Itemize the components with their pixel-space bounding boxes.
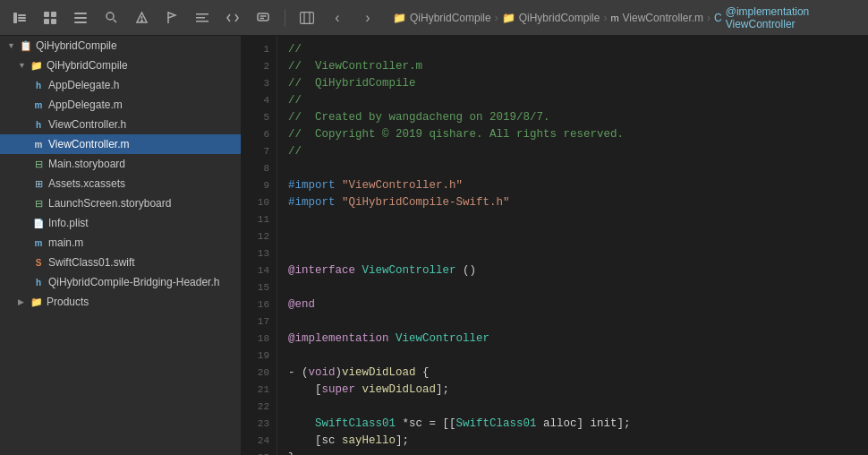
sidebar-item-swiftclass[interactable]: S SwiftClass01.swift bbox=[0, 253, 241, 272]
line-number-7: 7 bbox=[242, 143, 269, 160]
code-line-14: @interface ViewController () bbox=[288, 262, 868, 279]
breadcrumb-label-4[interactable]: @implementation ViewController bbox=[726, 5, 861, 30]
sidebar: ▼ 📋 QiHybridCompile ▼ 📁 QiHybridCompile … bbox=[0, 36, 242, 455]
sidebar-item-appdelegate-h[interactable]: h AppDelegate.h bbox=[0, 75, 241, 95]
breadcrumb-label-3[interactable]: ViewController.m bbox=[623, 12, 703, 24]
code-line-13 bbox=[288, 245, 868, 262]
code-area: 1234567891011121314151617181920212223242… bbox=[242, 36, 868, 455]
sidebar-item-products[interactable]: ▶ 📁 Products bbox=[0, 292, 241, 312]
products-folder-icon: 📁 bbox=[30, 296, 43, 308]
h-file-icon-2: h bbox=[32, 120, 45, 130]
sidebar-item-main-m[interactable]: m main.m bbox=[0, 233, 241, 253]
svg-rect-6 bbox=[44, 19, 49, 24]
sidebar-item-appdelegate-h-label: AppDelegate.h bbox=[48, 79, 119, 91]
svg-rect-7 bbox=[51, 19, 56, 24]
storyboard-icon-2: ⊟ bbox=[32, 198, 45, 210]
storyboard-icon-1: ⊟ bbox=[32, 159, 45, 170]
search-btn[interactable] bbox=[98, 5, 123, 30]
breadcrumb-label-2[interactable]: QiHybridCompile bbox=[519, 12, 600, 24]
svg-rect-3 bbox=[18, 20, 26, 21]
breadcrumb-item-4[interactable]: C bbox=[714, 12, 722, 24]
sidebar-item-bridging-label: QiHybridCompile-Bridging-Header.h bbox=[48, 276, 219, 288]
line-number-24: 24 bbox=[242, 433, 269, 450]
sidebar-item-products-label: Products bbox=[47, 296, 89, 308]
code-line-1: // bbox=[288, 41, 868, 58]
sidebar-item-group-label: QiHybridCompile bbox=[47, 59, 128, 72]
code-line-10: #import "QiHybridCompile-Swift.h" bbox=[288, 194, 868, 211]
breadcrumb-item-3[interactable]: m bbox=[610, 13, 618, 23]
line-number-16: 16 bbox=[242, 296, 269, 313]
sidebar-item-main-m-label: main.m bbox=[48, 236, 83, 249]
sidebar-item-assets[interactable]: ⊞ Assets.xcassets bbox=[0, 174, 241, 193]
nav-forward-btn[interactable]: › bbox=[355, 5, 380, 30]
sidebar-item-appdelegate-m[interactable]: m AppDelegate.m bbox=[0, 95, 241, 115]
code-line-9: #import "ViewController.h" bbox=[288, 177, 868, 194]
code-line-2: // ViewController.m bbox=[288, 58, 868, 75]
svg-rect-20 bbox=[258, 13, 268, 21]
sidebar-item-group[interactable]: ▼ 📁 QiHybridCompile bbox=[0, 56, 241, 75]
nav-back-btn[interactable]: ‹ bbox=[325, 5, 350, 30]
sidebar-item-viewcontroller-h[interactable]: h ViewController.h bbox=[0, 115, 241, 134]
sidebar-item-launchscreen[interactable]: ⊟ LaunchScreen.storyboard bbox=[0, 193, 241, 213]
breadcrumb-label-1[interactable]: QiHybridCompile bbox=[410, 12, 491, 24]
breadcrumb-item-2[interactable]: 📁 bbox=[502, 12, 515, 24]
code-line-19 bbox=[288, 348, 868, 365]
flag-btn[interactable] bbox=[159, 5, 184, 30]
line-number-14: 14 bbox=[242, 262, 269, 279]
line-number-22: 22 bbox=[242, 399, 269, 416]
grid-view-btn[interactable] bbox=[38, 5, 63, 30]
line-number-5: 5 bbox=[242, 109, 269, 126]
code-line-18: @implementation ViewController bbox=[288, 331, 868, 348]
sidebar-item-bridging-header[interactable]: h QiHybridCompile-Bridging-Header.h bbox=[0, 272, 241, 292]
svg-rect-18 bbox=[196, 17, 205, 19]
svg-rect-4 bbox=[44, 12, 49, 17]
svg-rect-1 bbox=[18, 14, 26, 16]
sidebar-item-infoplist[interactable]: 📄 Info.plist bbox=[0, 213, 241, 233]
code-content[interactable]: //// ViewController.m// QiHybridCompile/… bbox=[277, 36, 868, 455]
line-numbers: 1234567891011121314151617181920212223242… bbox=[242, 36, 277, 455]
code-line-17 bbox=[288, 313, 868, 331]
breadcrumb-sep-3: › bbox=[707, 12, 711, 24]
code-line-22 bbox=[288, 399, 868, 416]
h-file-icon-3: h bbox=[32, 278, 45, 288]
main-area: ▼ 📋 QiHybridCompile ▼ 📁 QiHybridCompile … bbox=[0, 36, 868, 455]
svg-point-11 bbox=[106, 13, 114, 20]
comment-btn[interactable] bbox=[251, 5, 276, 30]
m-file-icon-2: m bbox=[32, 140, 45, 150]
sidebar-toggle-btn[interactable] bbox=[7, 5, 32, 30]
breadcrumb: 📁 QiHybridCompile › 📁 QiHybridCompile › … bbox=[393, 5, 861, 30]
sidebar-item-appdelegate-m-label: AppDelegate.m bbox=[48, 99, 123, 111]
breadcrumb-sep-2: › bbox=[603, 12, 607, 24]
code-btn[interactable] bbox=[220, 5, 245, 30]
code-line-24: [sc sayHello]; bbox=[288, 433, 868, 450]
lines-btn[interactable] bbox=[190, 5, 215, 30]
svg-rect-8 bbox=[74, 13, 87, 14]
sidebar-root[interactable]: ▼ 📋 QiHybridCompile bbox=[0, 36, 241, 56]
line-number-3: 3 bbox=[242, 75, 269, 92]
line-number-23: 23 bbox=[242, 416, 269, 433]
panels-toggle-btn[interactable] bbox=[294, 5, 319, 30]
code-line-21: [super viewDidLoad]; bbox=[288, 382, 868, 399]
sidebar-item-main-storyboard[interactable]: ⊟ Main.storyboard bbox=[0, 154, 241, 174]
svg-rect-17 bbox=[196, 13, 208, 15]
line-number-10: 10 bbox=[242, 194, 269, 211]
sidebar-item-viewcontroller-m[interactable]: m ViewController.m bbox=[0, 134, 241, 154]
breadcrumb-item-1[interactable]: 📁 bbox=[393, 12, 406, 24]
root-icon: 📋 bbox=[20, 40, 32, 52]
line-number-17: 17 bbox=[242, 313, 269, 331]
line-number-4: 4 bbox=[242, 92, 269, 109]
warning-btn[interactable] bbox=[129, 5, 154, 30]
line-number-1: 1 bbox=[242, 41, 269, 58]
line-number-6: 6 bbox=[242, 126, 269, 143]
group-arrow: ▼ bbox=[18, 61, 27, 70]
sidebar-item-main-storyboard-label: Main.storyboard bbox=[48, 158, 125, 170]
folder-icon: 📁 bbox=[30, 60, 43, 72]
list-view-btn[interactable] bbox=[68, 5, 93, 30]
sidebar-root-label: QiHybridCompile bbox=[36, 39, 117, 52]
code-editor[interactable]: 1234567891011121314151617181920212223242… bbox=[242, 36, 868, 455]
h-file-icon: h bbox=[32, 81, 45, 90]
code-line-16: @end bbox=[288, 296, 868, 313]
swift-icon: S bbox=[32, 258, 45, 268]
svg-rect-5 bbox=[51, 12, 56, 17]
line-number-9: 9 bbox=[242, 177, 269, 194]
